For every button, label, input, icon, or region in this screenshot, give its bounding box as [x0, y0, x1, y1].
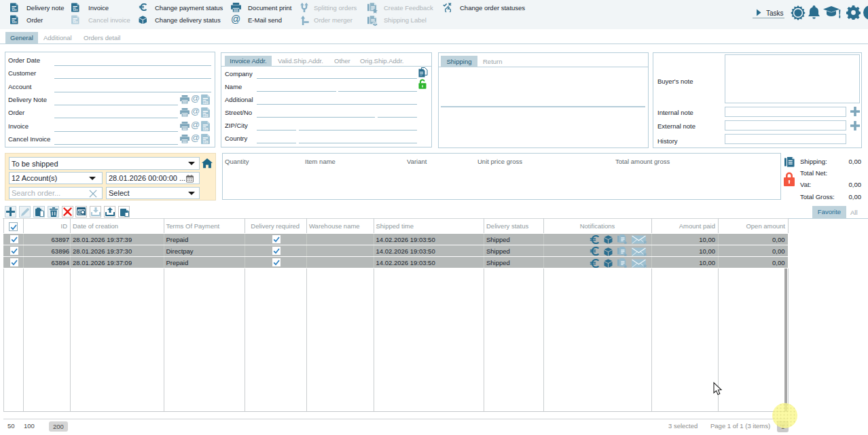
svg-text:123: 123: [12, 8, 17, 12]
svg-text:123: 123: [73, 20, 78, 24]
svg-text:123: 123: [73, 8, 78, 12]
svg-text:123: 123: [202, 101, 208, 105]
svg-text:123: 123: [202, 114, 208, 118]
svg-text:123: 123: [202, 128, 208, 131]
svg-text:123: 123: [202, 141, 208, 144]
svg-text:123: 123: [12, 20, 17, 24]
